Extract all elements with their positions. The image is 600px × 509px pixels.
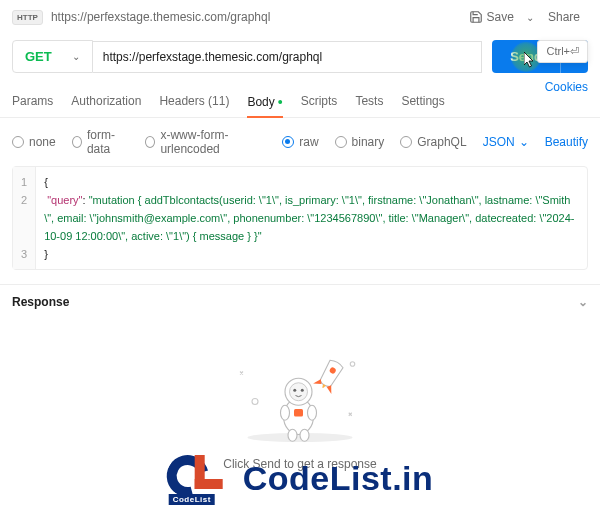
radio-icon — [400, 136, 412, 148]
watermark: CodeList CodeList.in — [167, 455, 434, 501]
beautify-button[interactable]: Beautify — [545, 135, 588, 149]
svg-point-12 — [288, 429, 297, 441]
cursor-icon — [524, 52, 538, 68]
svg-point-2 — [350, 362, 355, 367]
save-icon — [469, 10, 483, 24]
tab-params[interactable]: Params — [12, 86, 53, 116]
svg-rect-9 — [294, 409, 303, 417]
chevron-down-icon: ⌄ — [72, 51, 80, 62]
svg-point-10 — [281, 405, 290, 420]
svg-point-8 — [301, 389, 304, 392]
tab-body[interactable]: Body — [247, 85, 282, 117]
astronaut-illustration — [225, 339, 375, 449]
save-button[interactable]: Save — [463, 6, 520, 28]
chevron-down-icon[interactable]: ⌄ — [578, 295, 588, 309]
http-badge: HTTP — [12, 10, 43, 25]
svg-point-7 — [293, 389, 296, 392]
svg-point-1 — [252, 399, 258, 405]
chevron-down-icon: ⌄ — [519, 135, 529, 149]
body-type-form-data[interactable]: form-data — [72, 128, 129, 156]
tab-authorization[interactable]: Authorization — [71, 86, 141, 116]
body-type-binary[interactable]: binary — [335, 135, 385, 149]
tab-body-label: Body — [247, 95, 282, 109]
watermark-logo: CodeList — [167, 455, 235, 501]
send-shortcut-hint: Ctrl+⏎ — [537, 40, 588, 63]
cookies-button[interactable]: Cookies — [545, 80, 588, 94]
watermark-text: CodeList.in — [243, 459, 434, 498]
tab-scripts[interactable]: Scripts — [301, 86, 338, 116]
body-type-urlencoded[interactable]: x-www-form-urlencoded — [145, 128, 266, 156]
radio-icon — [145, 136, 155, 148]
body-format-select[interactable]: JSON⌄ — [483, 135, 529, 149]
radio-checked-icon — [282, 136, 294, 148]
line-gutter: 12 3 — [13, 167, 36, 269]
request-body-editor[interactable]: 12 3 { "query": "mutation { addTblcontac… — [12, 166, 588, 270]
radio-icon — [12, 136, 24, 148]
save-dropdown[interactable]: ⌄ — [526, 12, 534, 23]
body-type-graphql[interactable]: GraphQL — [400, 135, 466, 149]
request-url-input[interactable] — [93, 41, 482, 73]
save-label: Save — [487, 10, 514, 24]
svg-point-6 — [290, 383, 308, 401]
http-method-select[interactable]: GET ⌄ — [12, 40, 93, 73]
share-button[interactable]: Share — [540, 6, 588, 28]
tab-tests[interactable]: Tests — [355, 86, 383, 116]
svg-point-11 — [308, 405, 317, 420]
svg-point-13 — [300, 429, 309, 441]
body-type-none[interactable]: none — [12, 135, 56, 149]
tab-settings[interactable]: Settings — [401, 86, 444, 116]
response-title: Response — [12, 295, 69, 309]
http-method-value: GET — [25, 49, 52, 64]
tab-headers[interactable]: Headers (11) — [159, 86, 229, 116]
radio-icon — [335, 136, 347, 148]
code-content: { "query": "mutation { addTblcontacts(us… — [36, 167, 587, 269]
body-type-raw[interactable]: raw — [282, 135, 318, 149]
breadcrumb-url: https://perfexstage.themesic.com/graphql — [51, 10, 455, 24]
radio-icon — [72, 136, 82, 148]
